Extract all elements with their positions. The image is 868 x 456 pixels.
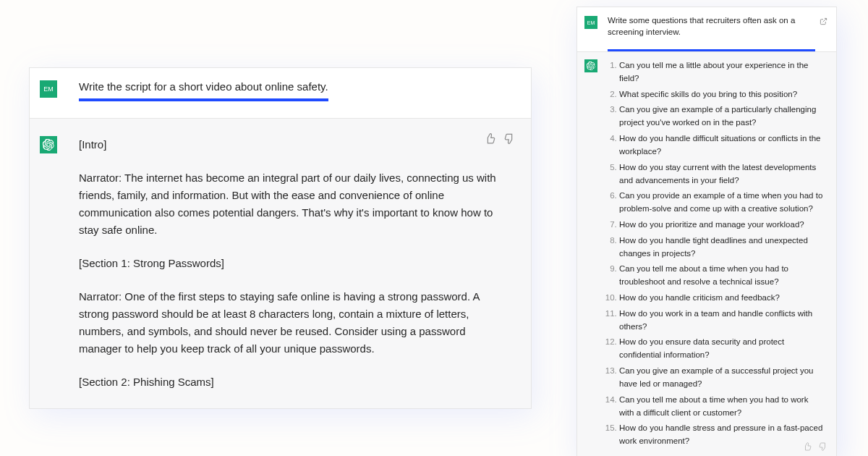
list-item: Can you tell me about a time when you ha… [619,394,827,420]
list-item: How do you ensure data security and prot… [619,336,827,362]
chat-panel-right: EM Write some questions that recruiters … [576,7,837,456]
response-row: Can you tell me a little about your expe… [577,52,836,456]
list-item: How do you prioritize and manage your wo… [619,219,827,232]
assistant-response-list: Can you tell me a little about your expe… [602,59,827,451]
list-item: Can you tell me about a time when you ha… [619,263,827,289]
prompt-row: EM Write the script for a short video ab… [30,68,531,119]
openai-icon [587,62,595,70]
list-item: Can you provide an example of a time whe… [619,190,827,216]
chat-panel-left: EM Write the script for a short video ab… [29,67,532,409]
user-avatar: EM [584,16,597,29]
assistant-response: [Intro]Narrator: The internet has become… [79,136,506,391]
response-row: [Intro]Narrator: The internet has become… [30,119,531,408]
list-item: Can you tell me a little about your expe… [619,59,827,85]
list-item: How do you stay current with the latest … [619,161,827,187]
response-paragraph: [Section 2: Phishing Scams] [79,373,506,391]
openai-icon [43,139,54,151]
user-prompt: Write some questions that recruiters oft… [608,14,815,51]
list-item: How do you work in a team and handle con… [619,308,827,334]
list-item: How do you handle tight deadlines and un… [619,235,827,261]
feedback-controls [485,133,515,144]
user-prompt: Write the script for a short video about… [79,79,328,101]
open-external-icon[interactable] [820,17,827,25]
list-item: Can you give an example of a successful … [619,365,827,391]
list-item: Can you give an example of a particularl… [619,104,827,130]
feedback-controls [803,442,827,451]
user-avatar: EM [40,80,57,98]
list-item: How do you handle stress and pressure in… [619,422,827,448]
list-item: What specific skills do you bring to thi… [619,88,827,101]
response-paragraph: Narrator: The internet has become an int… [79,169,506,239]
thumbs-up-icon[interactable] [485,133,495,144]
response-paragraph: [Intro] [79,136,506,153]
thumbs-down-icon[interactable] [504,133,515,144]
prompt-row: EM Write some questions that recruiters … [577,7,836,52]
list-item: How do you handle difficult situations o… [619,132,827,159]
list-item: How do you handle criticism and feedback… [619,292,827,305]
thumbs-down-icon[interactable] [819,442,827,451]
response-paragraph: Narrator: One of the first steps to stay… [79,288,506,358]
response-paragraph: [Section 1: Strong Passwords] [79,255,506,272]
assistant-avatar [40,136,57,153]
thumbs-up-icon[interactable] [803,442,812,451]
assistant-avatar [584,59,597,72]
